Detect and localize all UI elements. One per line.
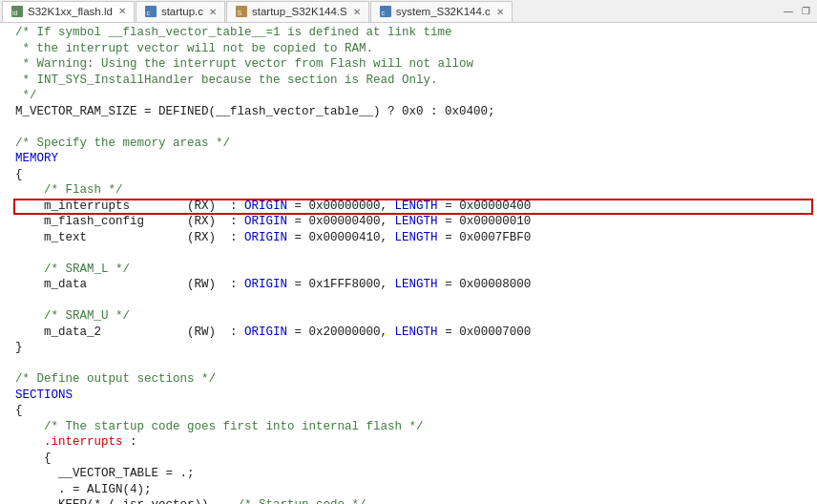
tab-startup-s-close[interactable]: ✕ — [353, 7, 361, 17]
code-line-m-interrupts: m_interrupts (RX) : ORIGIN = 0x00000000,… — [15, 199, 817, 215]
code-line: .interrupts : — [15, 434, 817, 451]
code-line: /* SRAM_U */ — [15, 308, 817, 325]
system-c-icon: c — [379, 5, 392, 18]
svg-text:c: c — [146, 10, 150, 16]
ide-window: ld S32K1xx_flash.ld ✕ c startup.c ✕ S — [0, 0, 817, 504]
code-line: * Warning: Using the interrupt vector fr… — [15, 56, 817, 73]
code-line: /* If symbol __flash_vector_table__=1 is… — [15, 25, 817, 41]
code-line: { — [15, 167, 817, 183]
tab-startup-s-label: startup_S32K144.S — [252, 6, 347, 17]
code-line: /* Specify the memory areas */ — [15, 136, 817, 152]
minimize-button[interactable]: — — [781, 3, 796, 18]
code-line: MEMORY — [15, 151, 817, 167]
code-line — [15, 119, 817, 136]
svg-text:S: S — [237, 10, 241, 16]
code-line-keep: KEEP(*.(.isr_vector)) /* Startup code */ — [15, 497, 817, 504]
code-line: m_flash_config (RX) : ORIGIN = 0x0000040… — [15, 214, 817, 230]
code-line: { — [15, 451, 817, 467]
code-line: /* The startup code goes first into inte… — [15, 419, 817, 435]
code-line: * INT_SYS_InstallHandler because the sec… — [15, 73, 817, 89]
code-line — [15, 245, 817, 262]
code-line: . = ALIGN(4); — [15, 482, 817, 498]
startup-s-icon: S — [235, 5, 248, 18]
code-content[interactable]: /* If symbol __flash_vector_table__=1 is… — [0, 23, 817, 504]
code-line: SECTIONS — [15, 388, 817, 404]
tab-startup-c-label: startup.c — [161, 6, 203, 17]
code-line: { — [15, 403, 817, 419]
code-line: } — [15, 340, 817, 356]
tab-system-c-close[interactable]: ✕ — [496, 7, 504, 17]
code-line: */ — [15, 88, 817, 104]
code-line — [15, 293, 817, 309]
code-line: __VECTOR_TABLE = .; — [15, 466, 817, 482]
tab-system-c-label: system_S32K144.c — [396, 6, 491, 17]
tab-startup-c-close[interactable]: ✕ — [209, 7, 217, 17]
tab-flash[interactable]: ld S32K1xx_flash.ld ✕ — [2, 1, 135, 22]
startup-c-icon: c — [144, 5, 157, 18]
tab-system-c[interactable]: c system_S32K144.c ✕ — [370, 1, 513, 22]
code-line: M_VECTOR_RAM_SIZE = DEFINED(__flash_vect… — [15, 104, 817, 120]
tab-bar: ld S32K1xx_flash.ld ✕ c startup.c ✕ S — [0, 0, 817, 23]
tab-flash-close[interactable]: ✕ — [118, 6, 126, 16]
code-line: /* Flash */ — [15, 182, 817, 199]
code-line: /* SRAM_L */ — [15, 262, 817, 278]
code-line: * the interrupt vector will not be copie… — [15, 41, 817, 57]
tab-startup-c[interactable]: c startup.c ✕ — [136, 1, 225, 22]
restore-button[interactable]: ❐ — [798, 3, 813, 18]
svg-text:ld: ld — [12, 10, 18, 16]
code-line: m_data (RW) : ORIGIN = 0x1FFF8000, LENGT… — [15, 277, 817, 293]
code-line: m_text (RX) : ORIGIN = 0x00000410, LENGT… — [15, 230, 817, 246]
code-line: m_data_2 (RW) : ORIGIN = 0x20000000, LEN… — [15, 325, 817, 341]
flash-ld-icon: ld — [10, 5, 24, 18]
window-controls: — ❐ — [781, 3, 813, 18]
code-line — [15, 356, 817, 372]
code-line: /* Define output sections */ — [15, 371, 817, 388]
tab-flash-label: S32K1xx_flash.ld — [28, 6, 113, 17]
tab-startup-s[interactable]: S startup_S32K144.S ✕ — [226, 1, 369, 22]
code-area: ➤ /* If symbol __flash_vector_table__=1 … — [0, 23, 817, 504]
svg-text:c: c — [381, 10, 385, 16]
